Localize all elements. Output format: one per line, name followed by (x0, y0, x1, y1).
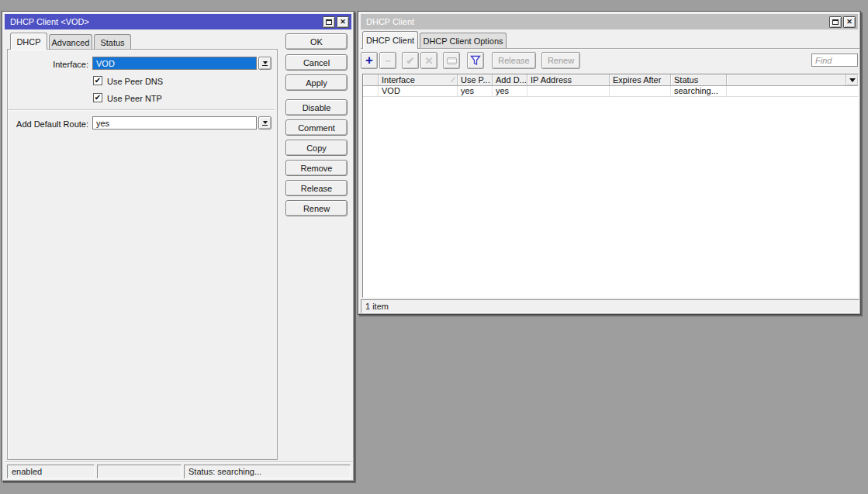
tab-dhcp-client-options[interactable]: DHCP Client Options (420, 33, 507, 48)
tab-advanced[interactable]: Advanced (49, 34, 92, 50)
cell-ip-address (527, 86, 610, 96)
maximize-icon (326, 19, 332, 25)
filter-button[interactable] (467, 52, 484, 69)
sort-asc-icon: ∕ (452, 76, 457, 84)
cell-expires-after (610, 86, 671, 96)
add-icon: + (365, 54, 373, 67)
cell-interface: VOD (379, 86, 458, 96)
interface-label: Interface: (10, 60, 88, 69)
column-ip-address[interactable]: IP Address (527, 74, 610, 85)
disable-x-icon: ✕ (425, 56, 434, 66)
close-button[interactable]: ✕ (337, 16, 349, 28)
list-title: DHCP Client (366, 17, 828, 26)
cell-use-peer-dns: yes (458, 86, 493, 96)
remove-button[interactable]: Remove (285, 160, 348, 176)
status-enabled: enabled (7, 465, 95, 478)
use-peer-ntp-label: Use Peer NTP (107, 94, 162, 103)
dropdown-arrow-bar (262, 125, 268, 126)
column-filler (727, 74, 858, 85)
check-icon: ✔ (95, 94, 101, 102)
ok-button[interactable]: OK (285, 33, 348, 50)
apply-button[interactable]: Apply (285, 74, 348, 91)
enable-button[interactable]: ✔ (402, 52, 419, 69)
column-expires-after[interactable]: Expires After (610, 74, 671, 85)
release-button[interactable]: Release (285, 180, 348, 196)
dropdown-arrow-bar (262, 65, 268, 66)
maximize-button[interactable] (829, 16, 842, 28)
dropdown-arrow-icon (263, 121, 268, 124)
interface-input[interactable]: VOD (92, 57, 257, 70)
cell-flags (363, 86, 379, 96)
column-add-default-route[interactable]: Add D... (493, 74, 527, 85)
dropdown-arrow-icon (263, 61, 268, 64)
comment-icon (447, 57, 457, 64)
dhcp-client-dialog-window: DHCP Client <VOD> ✕ DHCP Advanced Status… (2, 11, 354, 482)
column-interface-label: Interface (382, 75, 415, 85)
list-titlebar[interactable]: DHCP Client ✕ (361, 14, 858, 29)
copy-button[interactable]: Copy (285, 140, 348, 156)
add-default-route-input[interactable]: yes (92, 116, 257, 130)
column-flags[interactable] (363, 74, 379, 85)
add-default-route-dropdown-button[interactable] (258, 116, 271, 130)
remove-button[interactable]: − (379, 52, 396, 69)
column-menu-button[interactable] (846, 74, 858, 85)
column-use-peer-dns[interactable]: Use P... (458, 74, 493, 85)
add-default-route-label: Add Default Route: (4, 119, 88, 129)
form-separator (8, 109, 275, 111)
close-button[interactable]: ✕ (843, 16, 856, 28)
check-icon: ✔ (95, 77, 101, 85)
table-row[interactable]: VOD yes yes searching... (363, 86, 858, 97)
table-header: Interface ∕ Use P... Add D... IP Address… (363, 74, 858, 86)
chevron-down-icon (849, 78, 856, 82)
remove-icon: − (385, 56, 391, 66)
use-peer-dns-checkbox[interactable]: ✔ (93, 76, 102, 85)
status-middle (97, 465, 182, 478)
use-peer-dns-label: Use Peer DNS (107, 77, 163, 86)
list-statusbar: 1 item (361, 299, 859, 313)
maximize-button[interactable] (323, 16, 335, 28)
renew-button[interactable]: Renew (541, 52, 580, 69)
disable-button[interactable]: Disable (285, 99, 348, 116)
status-searching: Status: searching... (184, 465, 351, 478)
dhcp-client-table: Interface ∕ Use P... Add D... IP Address… (362, 74, 859, 298)
comment-button[interactable] (443, 52, 460, 69)
cell-status: searching... (671, 86, 727, 96)
dhcp-client-list-window: DHCP Client ✕ DHCP Client DHCP Client Op… (358, 11, 861, 315)
comment-button[interactable]: Comment (285, 119, 348, 136)
use-peer-ntp-checkbox[interactable]: ✔ (93, 93, 102, 102)
disable-button[interactable]: ✕ (420, 52, 437, 69)
tab-dhcp-client[interactable]: DHCP Client (362, 31, 418, 49)
find-input[interactable] (811, 54, 858, 67)
filter-icon (470, 55, 481, 66)
close-icon: ✕ (846, 19, 852, 26)
desktop: DHCP Client <VOD> ✕ DHCP Advanced Status… (0, 0, 868, 494)
cell-filler (727, 86, 858, 96)
interface-dropdown-button[interactable] (258, 57, 271, 70)
release-button[interactable]: Release (492, 52, 536, 69)
enable-check-icon: ✔ (406, 56, 415, 66)
statusbar-separator (5, 461, 353, 463)
tab-status[interactable]: Status (94, 34, 131, 50)
column-interface[interactable]: Interface ∕ (379, 74, 458, 85)
dialog-title: DHCP Client <VOD> (10, 17, 321, 26)
renew-button[interactable]: Renew (285, 200, 348, 216)
add-button[interactable]: + (361, 52, 378, 69)
tab-dhcp[interactable]: DHCP (10, 33, 47, 50)
column-status[interactable]: Status (671, 74, 727, 85)
dialog-titlebar[interactable]: DHCP Client <VOD> ✕ (5, 14, 351, 29)
cell-add-default-route: yes (493, 86, 527, 96)
tab-baseline (361, 48, 859, 49)
cancel-button[interactable]: Cancel (285, 54, 348, 71)
maximize-icon (832, 19, 839, 25)
close-icon: ✕ (340, 19, 346, 26)
